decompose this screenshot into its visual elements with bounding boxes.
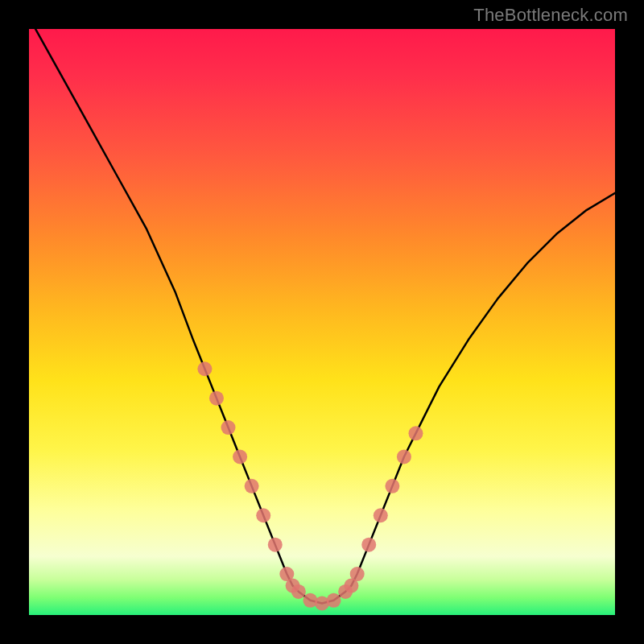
bottom-dots-point bbox=[338, 584, 353, 599]
bottom-dots-point bbox=[291, 584, 306, 599]
left-dots-point bbox=[209, 391, 224, 406]
chart-container: TheBottleneck.com bbox=[0, 0, 644, 644]
left-dots-point bbox=[233, 449, 247, 464]
right-dots-point bbox=[374, 508, 388, 522]
watermark-text: TheBottleneck.com bbox=[473, 5, 628, 26]
right-dots-point bbox=[408, 426, 423, 440]
left-dots-point bbox=[256, 508, 270, 522]
left-dots-point bbox=[221, 420, 236, 435]
left-dots-point bbox=[245, 479, 259, 493]
plot-area bbox=[29, 29, 615, 615]
curve-path bbox=[29, 29, 615, 603]
right-dots-point bbox=[385, 479, 399, 493]
left-dots-point bbox=[197, 361, 212, 376]
right-dots-point bbox=[361, 538, 376, 552]
bottom-dots-point bbox=[327, 593, 341, 608]
plot-svg bbox=[29, 29, 615, 615]
left-dots-point bbox=[268, 538, 283, 552]
right-dots-point bbox=[397, 449, 411, 464]
right-dots-point bbox=[350, 567, 365, 581]
